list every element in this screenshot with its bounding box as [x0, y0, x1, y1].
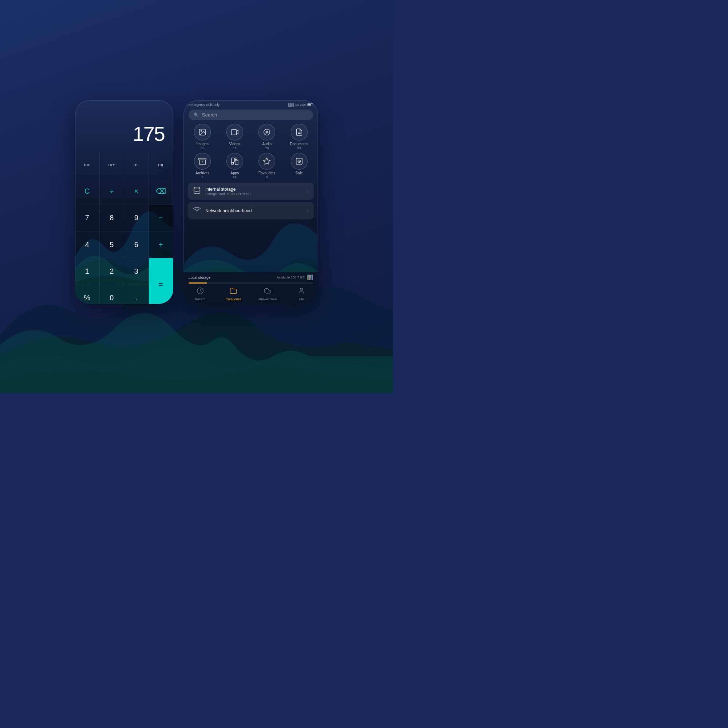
status-right: ▐▐▐ 13:76/s [287, 103, 313, 107]
network-title: Network neighbourhood [205, 208, 304, 213]
plus-button[interactable]: + [149, 231, 174, 258]
bottom-bar: Local storage Available 108.7 GB 📊 Recen… [184, 272, 318, 304]
huawei-drive-icon [264, 287, 271, 296]
recent-label: Recent [195, 297, 206, 301]
apps-icon [226, 153, 243, 170]
status-time: 13:76/s [295, 103, 306, 107]
backspace-button[interactable]: ⌫ [149, 178, 174, 205]
category-videos[interactable]: Videos 11 [220, 124, 250, 150]
battery-icon [307, 103, 313, 106]
apps-label: Apps [230, 171, 239, 175]
audio-icon [258, 124, 275, 141]
calc-grid: mc m+ m- mr C ÷ × ⌫ 7 8 9 − 4 5 6 + 1 2 … [75, 151, 173, 304]
internal-storage-icon [193, 187, 202, 196]
search-icon: 🔍 [194, 112, 199, 118]
images-label: Images [197, 142, 209, 146]
documents-label: Documents [290, 142, 308, 146]
six-button[interactable]: 6 [124, 231, 149, 258]
multiply-button[interactable]: × [124, 178, 149, 205]
five-button[interactable]: 5 [100, 231, 124, 258]
svg-rect-2 [231, 130, 237, 135]
network-neighbourhood-item[interactable]: Network neighbourhood › [188, 202, 314, 219]
m-minus-button[interactable]: m- [124, 151, 149, 178]
status-left: Emergency calls only [188, 103, 219, 107]
category-safe[interactable]: Safe [284, 153, 314, 179]
videos-count: 11 [233, 146, 237, 150]
category-audio[interactable]: Audio 70 [252, 124, 282, 150]
search-bar[interactable]: 🔍 Search [188, 110, 313, 120]
status-bar: Emergency calls only ▐▐▐ 13:76/s [184, 100, 318, 108]
percent-button[interactable]: % [75, 285, 100, 304]
minus-button[interactable]: − [149, 205, 174, 231]
categories-grid: Images 85 Videos 11 [184, 124, 318, 179]
apps-count: 69 [233, 176, 237, 179]
tab-categories[interactable]: Categories [224, 287, 242, 301]
svg-point-16 [194, 187, 200, 189]
signal-icon: ▐▐▐ [287, 103, 294, 107]
local-storage-label: Local storage [188, 275, 210, 280]
archives-label: Archives [196, 171, 209, 175]
audio-label: Audio [262, 142, 272, 146]
videos-label: Videos [229, 142, 240, 146]
m-plus-button[interactable]: m+ [100, 151, 124, 178]
storage-progress-bar [188, 283, 313, 284]
category-favourites[interactable]: Favourites 0 [252, 153, 282, 179]
svg-rect-8 [199, 158, 206, 160]
me-icon [298, 287, 305, 296]
svg-point-5 [266, 132, 267, 133]
images-count: 85 [200, 146, 204, 150]
clear-button[interactable]: C [75, 178, 100, 205]
category-images[interactable]: Images 85 [188, 124, 217, 150]
category-documents[interactable]: Documents 93 [284, 124, 314, 150]
four-button[interactable]: 4 [75, 231, 100, 258]
network-icon [193, 206, 202, 216]
internal-storage-item[interactable]: Internal storage Storage used: 19.3 GB/1… [188, 183, 314, 200]
favourites-count: 0 [266, 176, 268, 179]
videos-icon [226, 124, 243, 141]
documents-count: 93 [297, 146, 301, 150]
internal-storage-chevron: › [307, 189, 309, 194]
tab-recent[interactable]: Recent [191, 287, 209, 301]
archives-count: 6 [202, 176, 203, 179]
mr-button[interactable]: mr [149, 151, 174, 178]
favourites-icon [258, 153, 275, 170]
storage-progress-fill [188, 283, 207, 284]
me-label: Me [299, 297, 304, 301]
internal-storage-title: Internal storage [205, 187, 304, 192]
network-text: Network neighbourhood [205, 208, 304, 213]
one-button[interactable]: 1 [75, 258, 100, 284]
tab-huawei-drive[interactable]: Huawei Drive [258, 287, 277, 301]
eight-button[interactable]: 8 [100, 205, 124, 231]
documents-icon [291, 124, 307, 141]
recent-icon [197, 287, 204, 296]
internal-storage-subtitle: Storage used: 19.3 GB/128 GB [205, 192, 304, 196]
category-apps[interactable]: Apps 69 [220, 153, 250, 179]
categories-icon [230, 287, 237, 296]
tab-me[interactable]: Me [292, 287, 310, 301]
decimal-button[interactable]: . [124, 285, 149, 304]
mc-button[interactable]: mc [75, 151, 100, 178]
divide-button[interactable]: ÷ [100, 178, 124, 205]
safe-label: Safe [295, 171, 303, 175]
safe-icon [291, 153, 307, 170]
three-button[interactable]: 3 [124, 258, 149, 284]
huawei-drive-label: Huawei Drive [258, 297, 277, 301]
category-archives[interactable]: Archives 6 [188, 153, 217, 179]
nine-button[interactable]: 9 [124, 205, 149, 231]
network-chevron: › [307, 208, 309, 213]
archives-icon [194, 153, 211, 170]
calc-display: 175 [75, 100, 173, 149]
calc-result: 175 [84, 122, 165, 145]
storage-section: Internal storage Storage used: 19.3 GB/1… [188, 183, 314, 219]
audio-count: 70 [265, 146, 269, 150]
equals-button[interactable]: = [149, 258, 174, 304]
filemanager-phone: Emergency calls only ▐▐▐ 13:76/s 🔍 Searc… [184, 100, 318, 304]
zero-button[interactable]: 0 [100, 285, 124, 304]
seven-button[interactable]: 7 [75, 205, 100, 231]
available-storage: Available 108.7 GB [277, 275, 305, 279]
bottom-tabs: Recent Categories [184, 285, 318, 304]
svg-point-19 [300, 288, 303, 291]
chart-icon: 📊 [307, 274, 313, 280]
two-button[interactable]: 2 [100, 258, 124, 284]
calculator-phone: 175 mc m+ m- mr C ÷ × ⌫ 7 8 9 − 4 5 6 + … [75, 100, 173, 304]
